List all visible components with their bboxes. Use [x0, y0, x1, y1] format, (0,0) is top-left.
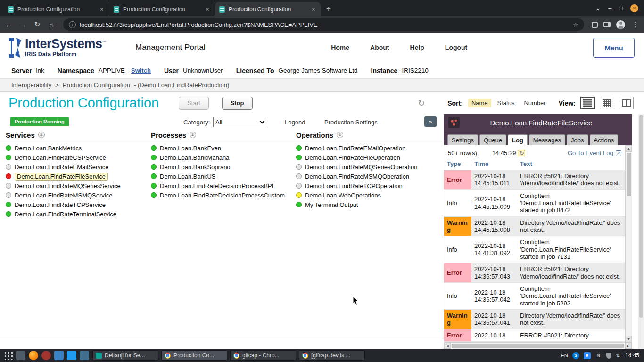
nav-link-about[interactable]: About	[370, 44, 389, 51]
minimize-icon[interactable]: –	[608, 5, 611, 12]
tab-close-icon[interactable]: ×	[99, 6, 105, 13]
view-list-button[interactable]	[580, 97, 595, 109]
network-icon[interactable]: ⇅	[616, 353, 620, 359]
go-to-event-log-link[interactable]: Go To Event Log ↗	[568, 149, 621, 156]
view-grid-button[interactable]	[600, 97, 614, 109]
tab-close-icon[interactable]: ×	[311, 6, 316, 13]
config-item[interactable]: Demo.Loan.BankUS	[151, 172, 292, 181]
stop-button[interactable]: Stop	[222, 97, 253, 110]
log-header-time[interactable]: Time	[471, 159, 517, 170]
breadcrumb-page[interactable]: Production Configuration	[63, 82, 130, 89]
sort-option-name[interactable]: Name	[468, 99, 491, 107]
scroll-right-icon[interactable]: ▶	[625, 343, 632, 349]
shield-icon[interactable]	[606, 353, 611, 359]
url-text[interactable]: localhost:52773/csp/applive/EnsPortal.Pr…	[80, 21, 569, 28]
horizontal-scroll-thumb[interactable]	[452, 344, 624, 348]
log-vertical-scrollbar[interactable]: ▲ ▼	[625, 145, 632, 342]
maximize-icon[interactable]: □	[619, 5, 623, 12]
page-scroll-thumb[interactable]	[639, 115, 643, 318]
expand-panel-button[interactable]: »	[424, 116, 437, 127]
extensions-icon[interactable]	[592, 22, 598, 28]
profile-avatar[interactable]	[616, 20, 625, 29]
bookmark-star-icon[interactable]: ☆	[573, 21, 578, 28]
tab-settings[interactable]: Settings	[447, 134, 478, 145]
camera-icon[interactable]	[584, 352, 591, 359]
media-app-icon[interactable]	[41, 351, 51, 360]
nav-link-logout[interactable]: Logout	[445, 44, 467, 51]
config-item[interactable]: Demo.Loan.FindRateFileOperation	[296, 153, 440, 162]
config-item[interactable]: Demo.Loan.FindRateTerminalService	[6, 209, 147, 219]
config-item[interactable]: Demo.Loan.FindRateMSMQService	[6, 190, 147, 200]
config-item[interactable]: Demo.Loan.FindRateCSPService	[6, 153, 147, 162]
config-item[interactable]: Demo.Loan.FindRateMQSeriesOperation	[296, 162, 440, 172]
notes-icon[interactable]: N	[595, 352, 602, 359]
taskbar-window-button[interactable]: gifcap - Chro...	[230, 350, 296, 361]
browser-tab[interactable]: Production Configuration×	[215, 2, 321, 16]
nav-link-help[interactable]: Help	[410, 44, 424, 51]
intersystems-logo[interactable]: InterSystems™ IRIS Data Platform	[8, 38, 106, 58]
taskbar-window-button[interactable]: Deltanji for Se...	[92, 350, 158, 361]
page-scrollbar[interactable]	[638, 114, 644, 349]
config-item[interactable]: Demo.Loan.FindRateMQSeriesService	[6, 181, 147, 190]
forward-icon[interactable]: →	[19, 21, 27, 29]
site-info-icon[interactable]: i	[69, 21, 76, 28]
sort-option-number[interactable]: Number	[520, 99, 549, 107]
scroll-left-icon[interactable]: ◀	[444, 343, 451, 349]
add-item-icon[interactable]: +	[38, 132, 45, 138]
nav-link-home[interactable]: Home	[331, 44, 349, 51]
log-horizontal-scrollbar[interactable]: ◀ ▶	[444, 342, 632, 349]
documents-icon[interactable]	[54, 351, 64, 360]
home-icon[interactable]: ⌂	[47, 21, 56, 29]
tab-messages[interactable]: Messages	[529, 134, 565, 145]
browser-tab[interactable]: Production Configuration×	[109, 2, 215, 16]
add-item-icon[interactable]: +	[190, 132, 196, 138]
config-item[interactable]: Demo.Loan.WebOperations	[296, 190, 440, 200]
back-icon[interactable]: ←	[5, 21, 13, 29]
category-select[interactable]: All	[213, 117, 266, 127]
taskbar-window-button[interactable]: [gifcap.dev is ...	[299, 350, 365, 361]
log-header-type[interactable]: Type	[444, 159, 471, 170]
app-grid-icon[interactable]	[3, 351, 13, 360]
production-settings-link[interactable]: Production Settings	[324, 119, 378, 126]
browser-tab[interactable]: Production Configuration×	[4, 2, 109, 16]
tab-queue[interactable]: Queue	[479, 134, 506, 145]
browser-menu-icon[interactable]: ⋮	[631, 20, 639, 29]
skype-icon[interactable]: S	[572, 352, 579, 359]
close-icon[interactable]: ×	[630, 4, 638, 12]
tab-actions[interactable]: Actions	[590, 134, 619, 145]
tab-close-icon[interactable]: ×	[205, 6, 210, 13]
side-panel-icon[interactable]	[603, 22, 611, 27]
firefox-icon[interactable]	[29, 351, 38, 360]
config-item[interactable]: Demo.Loan.FindRateDecisionProcessCustom	[151, 190, 292, 200]
vscode-icon[interactable]	[67, 351, 76, 360]
config-item[interactable]: Demo.Loan.FindRateFileService	[6, 172, 147, 181]
scroll-down-icon[interactable]: ▼	[626, 336, 632, 342]
config-item[interactable]: Demo.Loan.FindRateMSMQOperation	[296, 172, 440, 181]
config-item[interactable]: Demo.Loan.FindRateDecisionProcessBPL	[151, 181, 292, 190]
address-bar[interactable]: i localhost:52773/csp/applive/EnsPortal.…	[63, 18, 584, 31]
keyboard-layout-indicator[interactable]: EN	[561, 353, 568, 358]
sort-option-status[interactable]: Status	[494, 99, 518, 107]
config-item[interactable]: Demo.Loan.FindRateTCPService	[6, 200, 147, 209]
text-editor-icon[interactable]	[80, 351, 89, 360]
add-item-icon[interactable]: +	[337, 132, 343, 138]
refresh-icon[interactable]: ↻	[518, 150, 525, 156]
tab-jobs[interactable]: Jobs	[567, 134, 588, 145]
menu-button[interactable]: Menu	[593, 38, 635, 58]
tab-search-icon[interactable]: ⌄	[595, 5, 601, 12]
new-tab-button[interactable]: +	[322, 3, 335, 15]
config-item[interactable]: Demo.Loan.FindRateEMailOperation	[296, 143, 440, 153]
config-item[interactable]: Demo.Loan.FindRateTCPOperation	[296, 181, 440, 190]
start-button[interactable]: Start	[179, 97, 208, 110]
view-split-button[interactable]	[619, 97, 634, 109]
breadcrumb-interoperability[interactable]: Interoperability	[11, 82, 51, 89]
taskbar-window-button[interactable]: Production Co...	[161, 350, 227, 361]
switch-link[interactable]: Switch	[131, 67, 151, 74]
legend-link[interactable]: Legend	[285, 119, 305, 126]
file-manager-icon[interactable]	[16, 351, 25, 360]
config-item[interactable]: My Terminal Output	[296, 200, 440, 209]
scroll-up-icon[interactable]: ▲	[626, 145, 632, 152]
config-item[interactable]: Demo.Loan.BankMetrics	[6, 143, 147, 153]
config-item[interactable]: Demo.Loan.BankManana	[151, 153, 292, 162]
reload-icon[interactable]: ↻	[33, 20, 41, 29]
